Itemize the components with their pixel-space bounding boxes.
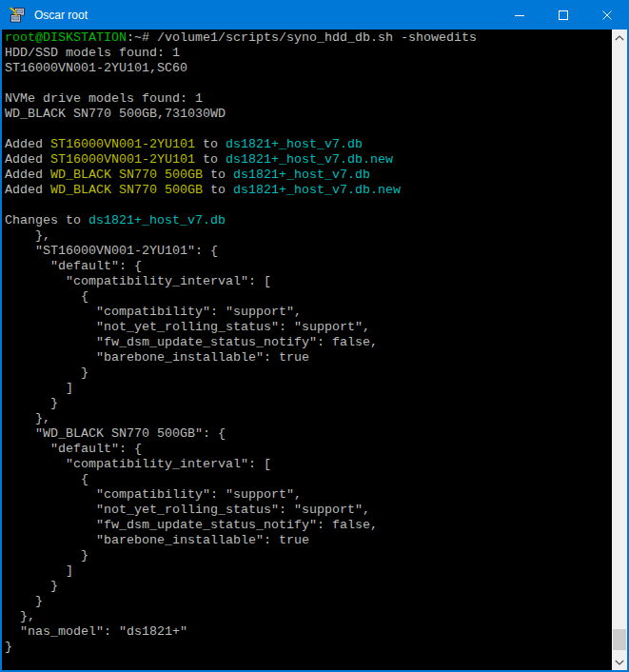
terminal-line: }, bbox=[5, 609, 612, 624]
terminal-line: "compatibility": "support", bbox=[5, 305, 612, 320]
terminal-line: "default": { bbox=[5, 259, 612, 274]
terminal-line: root@DISKSTATION:~# /volume1/scripts/syn… bbox=[5, 30, 612, 46]
putty-icon bbox=[9, 7, 26, 24]
scrollbar[interactable] bbox=[612, 30, 627, 670]
terminal-line: NVMe drive models found: 1 bbox=[5, 91, 612, 107]
terminal-line: } bbox=[5, 579, 612, 594]
terminal-line: "not_yet_rolling_status": "support", bbox=[5, 320, 612, 335]
terminal-line: } bbox=[5, 366, 612, 381]
chevron-up-icon bbox=[615, 35, 624, 41]
terminal-line bbox=[5, 122, 612, 137]
maximize-button[interactable] bbox=[541, 0, 585, 30]
putty-window: Oscar root root@DISKSTATION:~# /volume1 bbox=[0, 0, 629, 672]
terminal-line: "fw_dsm_update_status_notify": false, bbox=[5, 335, 612, 350]
terminal-line: } bbox=[5, 396, 612, 411]
terminal-line: "fw_dsm_update_status_notify": false, bbox=[5, 518, 612, 533]
titlebar[interactable]: Oscar root bbox=[0, 0, 629, 30]
terminal-line: } bbox=[5, 548, 612, 563]
terminal-line: { bbox=[5, 472, 612, 487]
minimize-icon bbox=[515, 10, 524, 20]
minimize-button[interactable] bbox=[498, 0, 541, 30]
terminal-line: } bbox=[5, 594, 612, 609]
terminal-line: }, bbox=[5, 228, 612, 244]
window-body: root@DISKSTATION:~# /volume1/scripts/syn… bbox=[2, 30, 627, 670]
scrollbar-thumb[interactable] bbox=[613, 629, 626, 650]
terminal-line: Changes to ds1821+_host_v7.db bbox=[5, 213, 612, 228]
terminal-line: "nas_model": "ds1821+" bbox=[5, 624, 612, 640]
terminal-line bbox=[5, 198, 612, 213]
close-button[interactable] bbox=[585, 0, 629, 30]
terminal-screen[interactable]: root@DISKSTATION:~# /volume1/scripts/syn… bbox=[2, 30, 612, 670]
caption-buttons bbox=[498, 0, 629, 30]
close-icon bbox=[602, 10, 612, 20]
terminal-line: Added ST16000VN001-2YU101 to ds1821+_hos… bbox=[5, 152, 612, 168]
terminal-line: "compatibility_interval": [ bbox=[5, 457, 612, 472]
terminal-line: "WD_BLACK SN770 500GB": { bbox=[5, 426, 612, 442]
terminal-line: Added WD_BLACK SN770 500GB to ds1821+_ho… bbox=[5, 183, 612, 198]
terminal-line: "compatibility_interval": [ bbox=[5, 274, 612, 289]
maximize-icon bbox=[559, 10, 568, 20]
scroll-up-button[interactable] bbox=[612, 30, 627, 46]
terminal-line: ] bbox=[5, 381, 612, 396]
terminal-line: Added ST16000VN001-2YU101 to ds1821+_hos… bbox=[5, 137, 612, 152]
terminal-line: { bbox=[5, 289, 612, 305]
terminal-line: "compatibility": "support", bbox=[5, 487, 612, 503]
terminal-line: "barebone_installable": true bbox=[5, 350, 612, 366]
terminal-line: ST16000VN001-2YU101,SC60 bbox=[5, 61, 612, 76]
terminal-line: } bbox=[5, 640, 612, 655]
scrollbar-track[interactable] bbox=[612, 46, 627, 654]
terminal-line bbox=[5, 76, 612, 91]
terminal-line: "not_yet_rolling_status": "support", bbox=[5, 503, 612, 518]
terminal-line: "barebone_installable": true bbox=[5, 533, 612, 548]
chevron-down-icon bbox=[615, 660, 624, 665]
terminal-line: "ST16000VN001-2YU101": { bbox=[5, 244, 612, 259]
terminal-line: }, bbox=[5, 411, 612, 426]
terminal-line: "default": { bbox=[5, 442, 612, 457]
terminal-line: WD_BLACK SN770 500GB,731030WD bbox=[5, 107, 612, 122]
terminal-line: Added WD_BLACK SN770 500GB to ds1821+_ho… bbox=[5, 168, 612, 183]
terminal-line: ] bbox=[5, 563, 612, 579]
window-title: Oscar root bbox=[34, 9, 498, 22]
scroll-down-button[interactable] bbox=[612, 654, 627, 670]
terminal-line: HDD/SSD models found: 1 bbox=[5, 46, 612, 61]
